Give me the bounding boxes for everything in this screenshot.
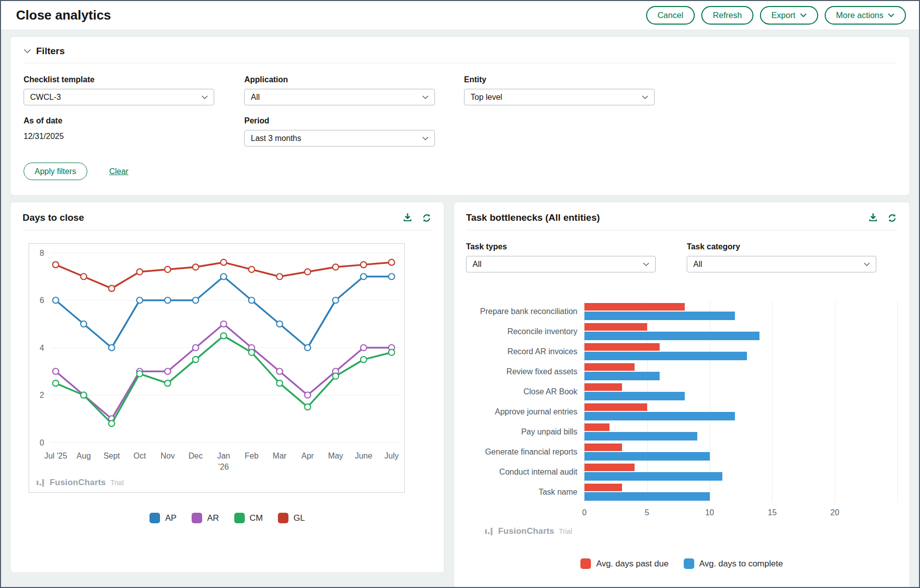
as-of-date-label: As of date <box>24 116 244 125</box>
bar-chart-labels: Prepare bank reconciliationReconcile inv… <box>466 302 584 519</box>
data-point-CM <box>304 404 311 410</box>
bar-days-past-due <box>584 444 622 451</box>
bar-category-label: Reconcile inventory <box>466 322 584 342</box>
bar-category-label: Generate financial reports <box>466 442 584 462</box>
data-point-GL <box>361 262 367 268</box>
task-category-value: All <box>693 260 702 269</box>
data-point-AP <box>136 298 142 304</box>
application-field: Application All <box>244 75 464 105</box>
x-axis-tick: July <box>384 452 398 460</box>
data-point-AP <box>333 298 339 304</box>
charts-row: Days to close 86420Jul '25AugSeptOctNovD… <box>10 202 910 588</box>
data-point-CM <box>249 349 255 355</box>
legend-item-AR[interactable]: AR <box>192 513 219 523</box>
bar-days-to-complete <box>584 312 735 320</box>
refresh-icon[interactable] <box>887 213 897 223</box>
refresh-button[interactable]: Refresh <box>701 6 753 25</box>
data-point-GL <box>276 273 282 279</box>
legend-item-GL[interactable]: GL <box>278 513 305 523</box>
x-axis-tick: Nov <box>161 452 175 460</box>
more-actions-button[interactable]: More actions <box>825 6 906 25</box>
x-axis-tick: Mar <box>273 452 287 460</box>
apply-filters-button[interactable]: Apply filters <box>24 163 87 180</box>
data-point-AP <box>109 345 115 351</box>
export-button[interactable]: Export <box>760 6 818 25</box>
cancel-button[interactable]: Cancel <box>646 6 695 25</box>
days-to-close-title: Days to close <box>23 212 84 223</box>
x-axis-tick: 0 <box>582 508 587 517</box>
bar-group-10 <box>584 482 897 502</box>
chevron-down-icon <box>642 95 648 99</box>
bar-days-to-complete <box>584 472 722 481</box>
legend-swatch <box>580 558 591 569</box>
chevron-down-icon <box>422 136 428 140</box>
legend-item-CM[interactable]: CM <box>234 513 263 523</box>
data-point-AR <box>221 321 227 327</box>
filters-actions: Apply filters Clear <box>24 163 896 180</box>
y-axis-tick: 8 <box>40 249 44 257</box>
task-types-select[interactable]: All <box>466 256 656 272</box>
checklist-template-label: Checklist template <box>24 75 244 84</box>
fusioncharts-trial: Trial <box>110 479 124 487</box>
bar-days-past-due <box>584 323 647 331</box>
legend-item-AP[interactable]: AP <box>149 513 177 523</box>
data-point-AP <box>276 321 282 327</box>
main-content: Filters Checklist template CWCL-3 Applic… <box>1 30 919 588</box>
data-point-AR <box>193 345 199 351</box>
filters-title: Filters <box>36 46 65 57</box>
line-chart-canvas: 86420Jul '25AugSeptOctNovDecJan'26FebMar… <box>29 244 404 492</box>
bar-chart-plot <box>584 302 897 502</box>
topbar-actions: Cancel Refresh Export More actions <box>646 6 906 25</box>
x-axis-tick: 10 <box>705 508 714 517</box>
task-bottlenecks-title: Task bottlenecks (All entities) <box>466 212 600 223</box>
as-of-date-value: 12/31/2025 <box>24 132 244 141</box>
bar-group-7 <box>584 422 897 442</box>
gridline <box>897 302 898 502</box>
data-point-AR <box>276 368 282 374</box>
fusioncharts-logo-icon <box>37 478 45 488</box>
data-point-CM <box>221 333 227 339</box>
legend-swatch <box>234 513 245 523</box>
filters-header[interactable]: Filters <box>24 46 896 63</box>
x-axis-tick: Aug <box>77 452 91 460</box>
data-point-AP <box>221 273 227 279</box>
entity-select[interactable]: Top level <box>464 89 655 105</box>
days-to-close-card: Days to close 86420Jul '25AugSeptOctNovD… <box>10 202 444 573</box>
fusioncharts-brand: FusionCharts <box>498 526 554 536</box>
data-point-GL <box>304 269 311 275</box>
chevron-down-icon <box>24 49 31 54</box>
fusioncharts-trial: Trial <box>559 527 572 535</box>
legend-item-avg-days-to-complete[interactable]: Avg. days to complete <box>684 558 783 569</box>
period-field: Period Last 3 months <box>244 116 464 146</box>
refresh-button-label: Refresh <box>713 11 742 20</box>
data-point-CM <box>53 380 59 386</box>
bar-chart-x-axis: 05101520 <box>584 506 897 519</box>
data-point-CM <box>109 420 115 426</box>
data-point-AP <box>389 273 395 279</box>
download-icon[interactable] <box>868 213 878 223</box>
task-bottlenecks-header: Task bottlenecks (All entities) <box>466 212 897 230</box>
task-category-select[interactable]: All <box>687 256 876 272</box>
bar-category-label: Pay unpaid bills <box>466 422 584 442</box>
data-point-CM <box>333 373 339 379</box>
refresh-icon[interactable] <box>421 213 432 223</box>
application-select[interactable]: All <box>244 89 435 105</box>
task-bottlenecks-card: Task bottlenecks (All entities) Task typ… <box>453 202 910 588</box>
data-point-GL <box>389 259 395 265</box>
data-point-CM <box>193 357 199 363</box>
chevron-down-icon <box>202 95 208 99</box>
download-icon[interactable] <box>402 213 413 223</box>
bar-group-1 <box>584 302 897 322</box>
clear-filters-link[interactable]: Clear <box>109 167 128 176</box>
fusioncharts-brand: FusionCharts <box>50 478 106 488</box>
data-point-GL <box>221 259 227 265</box>
bar-days-to-complete <box>584 352 747 360</box>
period-select[interactable]: Last 3 months <box>244 130 435 146</box>
bar-category-label: Task name <box>466 482 584 502</box>
checklist-template-select[interactable]: CWCL-3 <box>24 89 214 105</box>
legend-item-avg-days-past-due[interactable]: Avg. days past due <box>580 558 668 569</box>
x-axis-tick: 5 <box>645 508 649 517</box>
data-point-GL <box>81 273 87 279</box>
bar-days-to-complete <box>584 392 685 400</box>
entity-field: Entity Top level <box>464 75 896 105</box>
